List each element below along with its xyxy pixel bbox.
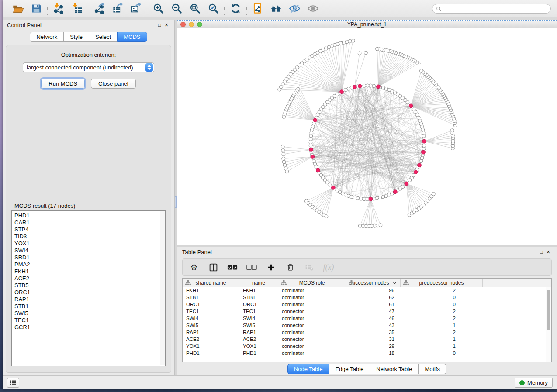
tab-mcds[interactable]: MCDS	[117, 32, 147, 42]
table-settings-gear-button[interactable]: ⚙	[189, 262, 199, 272]
tab-motifs[interactable]: Motifs	[418, 364, 446, 374]
table-row[interactable]: SWI4SWI4dominator462	[183, 315, 546, 322]
table-cell: dominator	[278, 287, 346, 294]
float-table-panel-icon[interactable]: □	[538, 249, 545, 254]
table-cell: SWI4	[239, 315, 278, 322]
close-table-panel-icon[interactable]: ✕	[545, 249, 552, 255]
run-mcds-button[interactable]: Run MCDS	[41, 79, 85, 89]
table-row[interactable]: ACE2ACE2connector311	[183, 336, 546, 343]
tab-edge-table[interactable]: Edge Table	[329, 364, 370, 374]
zoom-selected-button[interactable]	[207, 3, 219, 15]
mcds-result-item[interactable]: PHD1	[14, 212, 163, 219]
mcds-result-item[interactable]: GCR1	[14, 324, 163, 331]
show-all-button[interactable]	[307, 3, 319, 15]
zoom-out-button[interactable]	[170, 3, 183, 15]
export-table-icon	[112, 3, 124, 14]
mcds-result-item[interactable]: YOX1	[14, 240, 163, 247]
table-header-row: shared namename MCDS role successor node…	[183, 279, 551, 287]
column-header-name[interactable]: name	[239, 279, 278, 287]
table-row[interactable]: RAP1RAP1dominator352	[183, 329, 546, 336]
delete-columns-button[interactable]	[285, 262, 295, 272]
mcds-buttons: Run MCDS Close panel	[10, 79, 167, 89]
optimization-criterion-select[interactable]: largest connected component (undirected)	[23, 62, 154, 72]
tab-node-table[interactable]: Node Table	[287, 364, 329, 374]
table-cell: 31	[346, 336, 401, 343]
close-panel-icon[interactable]: ✕	[163, 22, 170, 28]
table-cell: dominator	[278, 329, 346, 336]
hide-selected-icon	[289, 3, 301, 14]
network-window-titlebar: YPA_prune.txt_1	[177, 21, 557, 28]
zoom-fit-button[interactable]	[189, 3, 201, 15]
float-panel-icon[interactable]: □	[156, 22, 163, 28]
mcds-list-scrollbar[interactable]	[160, 211, 165, 365]
table-cell: dominator	[278, 350, 346, 357]
table-cell: 18	[346, 350, 401, 357]
table-cell: connector	[278, 308, 346, 315]
hide-selected-button[interactable]	[288, 3, 301, 15]
mcds-result-item[interactable]: STB5	[14, 282, 163, 289]
tab-network[interactable]: Network	[30, 32, 64, 42]
memory-label: Memory	[527, 379, 548, 386]
table-row[interactable]: SWI5SWI5connector431	[183, 322, 546, 329]
zoom-in-icon	[152, 3, 164, 14]
tab-style[interactable]: Style	[63, 32, 89, 42]
mcds-result-item[interactable]: STB1	[14, 303, 163, 310]
table-row[interactable]: YOX1YOX1connector291	[183, 343, 546, 350]
select-all-columns-button[interactable]	[227, 262, 238, 272]
column-header-successor-nodes[interactable]: successor nodes	[346, 279, 401, 287]
unselect-all-columns-button[interactable]	[246, 262, 257, 272]
table-scrollbar[interactable]	[546, 287, 551, 362]
splitter-grip[interactable]	[175, 196, 177, 208]
mcds-result-item[interactable]: SWI5	[14, 310, 163, 317]
table-row[interactable]: FKH1FKH1dominator962	[183, 287, 546, 294]
first-neighbors-button[interactable]	[270, 3, 282, 15]
table-cell: SWI5	[183, 322, 239, 329]
export-network-button[interactable]	[93, 3, 105, 15]
apply-preferred-layout-button[interactable]	[229, 3, 242, 15]
mcds-result-item[interactable]: CAR1	[14, 219, 163, 226]
table-row[interactable]: STB1STB1dominator620	[183, 294, 546, 301]
export-table-button[interactable]	[111, 3, 124, 15]
table-row[interactable]: PHD1PHD1dominator180	[183, 350, 546, 357]
vertical-splitter[interactable]	[175, 20, 177, 375]
add-column-button[interactable]	[266, 262, 276, 272]
mcds-result-item[interactable]: ORC1	[14, 289, 163, 296]
network-from-selection-button[interactable]	[252, 3, 264, 15]
search-input[interactable]	[442, 6, 547, 12]
import-network-button[interactable]	[52, 3, 65, 15]
split-columns-button[interactable]	[208, 262, 218, 272]
table-row[interactable]: ORC1ORC1dominator610	[183, 301, 546, 308]
mcds-result-item[interactable]: STP4	[14, 226, 163, 233]
network-graph[interactable]	[177, 28, 557, 245]
mcds-result-list[interactable]: PHD1CAR1STP4TID3YOX1SWI4SRD1PMA2FKH1ACE2…	[11, 210, 166, 366]
import-table-button[interactable]	[71, 3, 83, 15]
save-session-button[interactable]	[30, 3, 42, 15]
column-header-shared-name[interactable]: shared name	[183, 279, 239, 287]
memory-button[interactable]: Memory	[515, 378, 553, 388]
column-header-MCDS-role[interactable]: MCDS role	[278, 279, 346, 287]
table-cell: 2	[401, 329, 483, 336]
table-row[interactable]: TEC1TEC1connector472	[183, 308, 546, 315]
zoom-in-button[interactable]	[152, 3, 164, 15]
mcds-result-item[interactable]: SRD1	[14, 254, 163, 261]
open-file-button[interactable]	[12, 3, 24, 15]
mcds-result-item[interactable]: ACE2	[14, 275, 163, 282]
mcds-result-item[interactable]: PMA2	[14, 261, 163, 268]
mcds-result-item[interactable]: SWI4	[14, 247, 163, 254]
tab-network-table[interactable]: Network Table	[370, 364, 419, 374]
task-history-button[interactable]	[7, 378, 19, 388]
mcds-result-item[interactable]: TEC1	[14, 317, 163, 324]
search-field[interactable]	[432, 4, 551, 14]
desktop-background: Control Panel □ ✕ NetworkStyleSelectMCDS…	[0, 0, 557, 392]
tab-select[interactable]: Select	[89, 32, 118, 42]
mcds-result-item[interactable]: FKH1	[14, 268, 163, 275]
column-header-predecessor-nodes[interactable]: predecessor nodes	[401, 279, 483, 287]
network-canvas[interactable]	[177, 28, 557, 245]
export-image-button[interactable]	[130, 3, 142, 15]
mcds-result-item[interactable]: TID3	[14, 233, 163, 240]
close-panel-button[interactable]: Close panel	[91, 79, 136, 89]
control-panel-header: Control Panel □ ✕	[3, 20, 174, 30]
table-scrollbar-thumb[interactable]	[547, 290, 550, 330]
table-cell: STB1	[183, 294, 239, 301]
mcds-result-item[interactable]: RAP1	[14, 296, 163, 303]
